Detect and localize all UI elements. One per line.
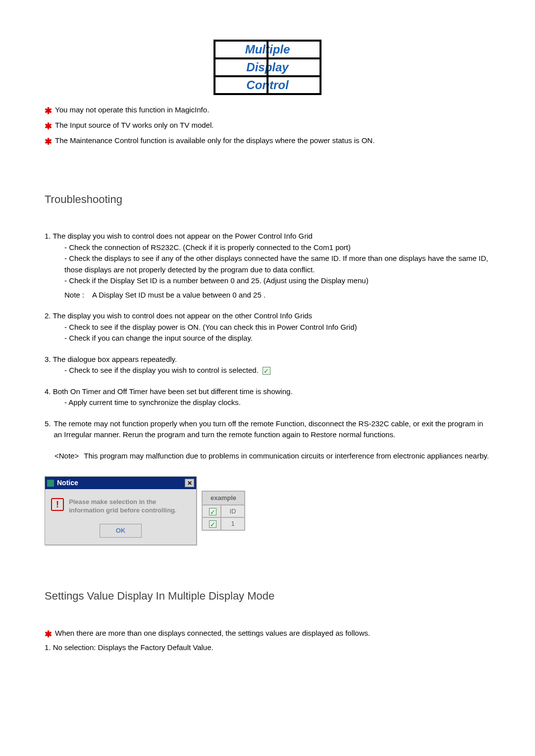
item-sub: - Check to see if the display power is O… [64,322,490,333]
star-icon: ✱ [45,119,52,134]
checked-checkbox-icon [263,367,270,375]
mdc-logo: Multiple Display Control [45,40,490,95]
item-sub: - Check the connection of RS232C. (Check… [64,242,490,253]
top-bullet: ✱You may not operate this function in Ma… [45,104,490,118]
checked-checkbox-icon [209,508,216,515]
item-sub: - Check the displays to see if any of th… [64,253,490,275]
final-note-label: <Note> [54,451,79,462]
notice-dialog: Notice ✕ ! Please make selection in the … [45,476,197,545]
bullet-text: The Input source of TV works only on TV … [55,121,214,129]
dialog-title: Notice [57,478,185,488]
example-header: example [202,491,245,505]
item-sub: - Check if the Display Set ID is a numbe… [64,275,490,287]
dialog-titlebar: Notice ✕ [45,477,196,489]
final-note-text: This program may malfunction due to prob… [84,451,489,462]
troubleshooting-item: 3. The dialogue box appears repeatedly. … [45,354,490,376]
bullet-text: You may not operate this function in Mag… [55,105,209,114]
item-title: The display you wish to control does not… [53,311,312,320]
note-label: Note : [64,291,84,299]
ok-button[interactable]: OK [100,524,142,538]
settings-star-line: ✱When there are more than one displays c… [45,627,490,642]
item-title: The remote may not function properly whe… [54,418,490,441]
warning-icon: ! [51,498,64,511]
item-title: Both On Timer and Off Timer have been se… [53,387,293,396]
settings-line1: 1. No selection: Displays the Factory De… [45,642,490,654]
note-text: A Display Set ID must be a value between… [92,291,266,299]
item-sub: - Check to see if the display you wish t… [64,366,259,374]
example-check-cell [202,505,221,518]
bullet-text: The Maintenance Control function is avai… [55,136,374,145]
troubleshooting-item: 1. The display you wish to control does … [45,231,490,301]
example-id-header: ID [221,505,245,518]
troubleshooting-item: 2. The display you wish to control does … [45,310,490,344]
checked-checkbox-icon [209,520,216,528]
example-id-value: 1 [221,517,245,530]
item-number: 5. [45,418,51,441]
close-button[interactable]: ✕ [185,479,194,487]
item-sub: - Check if you can change the input sour… [64,333,490,344]
dialog-message: Please make selection in the information… [69,498,190,515]
star-icon: ✱ [45,627,52,642]
star-icon: ✱ [45,135,52,149]
settings-star-text: When there are more than one displays co… [55,629,370,637]
item-number: 2. [45,311,51,320]
app-icon [47,480,54,487]
section-heading-settings: Settings Value Display In Multiple Displ… [45,590,490,603]
item-sub: - Apply current time to synchronize the … [64,397,490,408]
final-note: <Note> This program may malfunction due … [54,451,490,462]
item-number: 3. [45,355,51,363]
item-title: The display you wish to control does not… [53,232,312,240]
top-bullet: ✱The Input source of TV works only on TV… [45,119,490,134]
star-icon: ✱ [45,104,52,118]
top-bullet: ✱The Maintenance Control function is ava… [45,135,490,149]
section-heading-troubleshooting: Troubleshooting [45,193,490,206]
example-check-cell [202,517,221,530]
troubleshooting-item: 4. Both On Timer and Off Timer have been… [45,386,490,408]
item-title: The dialogue box appears repeatedly. [53,355,177,363]
item-number: 4. [45,387,51,396]
item-number: 1. [45,232,51,240]
troubleshooting-item: 5. The remote may not function properly … [45,418,490,441]
example-grid: example ID 1 [202,491,245,531]
